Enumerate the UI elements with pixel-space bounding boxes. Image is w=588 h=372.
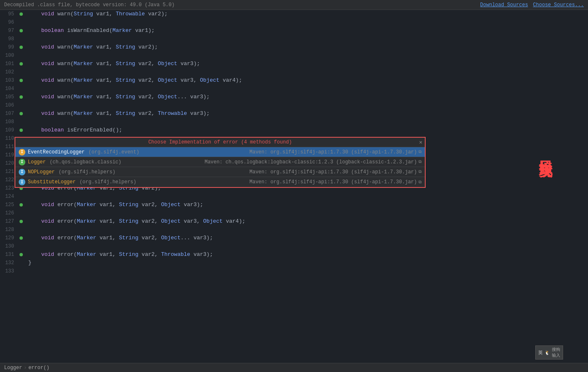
gutter-icon-97	[17, 29, 25, 32]
breadcrumb-separator: ›	[24, 365, 27, 371]
code-line-108: 108	[0, 118, 588, 126]
row-2-maven: Maven: org.slf4j:slf4j-api:1.7.30 (slf4j…	[250, 169, 417, 175]
gutter-icon-127	[17, 220, 25, 223]
code-line-127: 127 void error(Marker var1, String var2,…	[0, 217, 588, 226]
row-3-package: (org.slf4j.helpers)	[76, 179, 136, 185]
gutter-icon-131	[17, 253, 25, 256]
gutter-icon-101	[17, 62, 25, 66]
popup-header: Choose Implementation of error (4 method…	[15, 138, 425, 147]
gutter-icon-109	[17, 129, 25, 132]
row-0-package: (org.slf4j.event)	[86, 149, 140, 155]
gutter-icon-95	[17, 12, 25, 16]
row-0-classname: EventRecodingLogger	[28, 149, 85, 155]
top-bar: Decompiled .class file, bytecode version…	[0, 0, 588, 10]
file-title: Decompiled .class file, bytecode version…	[4, 2, 174, 8]
code-line-103: 103 void warn(Marker var1, String var2, …	[0, 76, 588, 85]
code-line-98: 98	[0, 35, 588, 43]
code-line-129: 129 void error(Marker var1, String var2,…	[0, 234, 588, 242]
popup-row-2[interactable]: I NOPLogger (org.slf4j.helpers) Maven: o…	[15, 167, 425, 177]
status-bar: Logger › error()	[0, 363, 588, 372]
breadcrumb-logger: Logger	[4, 365, 22, 371]
code-line-99: 99 void warn(Marker var1, String var2);	[0, 43, 588, 51]
code-line-102: 102	[0, 68, 588, 76]
ime-icon: 🐧	[544, 350, 550, 355]
code-line-133: 133	[0, 267, 588, 275]
gutter-icon-129	[17, 236, 25, 240]
row-1-package: (ch.qos.logback.classic)	[47, 159, 121, 165]
popup-title: Choose Implementation of error (4 method…	[148, 139, 292, 145]
popup-row-0[interactable]: I EventRecodingLogger (org.slf4j.event) …	[15, 147, 425, 157]
code-line-105: 105 void warn(Marker var1, String var2, …	[0, 93, 588, 101]
row-1-maven: Maven: ch.qos.logback:logback-classic:1.…	[205, 159, 417, 165]
row-1-copy-icon[interactable]: ⧉	[419, 160, 421, 164]
gutter-icon-103	[17, 79, 25, 82]
row-2-icon: I	[19, 169, 25, 175]
row-3-icon: I	[19, 179, 25, 185]
row-0-icon: I	[19, 149, 25, 156]
row-2-package: (org.slf4j.helpers)	[56, 169, 115, 175]
row-3-copy-icon[interactable]: ⧉	[419, 180, 421, 185]
code-line-132: 132 }	[0, 259, 588, 267]
row-0-copy-icon[interactable]: ⧉	[419, 150, 421, 154]
code-line-126: 126	[0, 209, 588, 217]
code-line-95: 95 void warn(String var1, Throwable var2…	[0, 10, 588, 18]
row-2-copy-icon[interactable]: ⧉	[419, 170, 421, 174]
code-line-107: 107 void warn(Marker var1, String var2, …	[0, 109, 588, 118]
row-3-classname: SubstituteLogger	[28, 179, 76, 185]
chinese-annotation: 接口实现	[537, 149, 555, 156]
choose-sources-link[interactable]: Choose Sources...	[533, 2, 584, 8]
implementation-popup: Choose Implementation of error (4 method…	[15, 137, 426, 188]
row-0-maven: Maven: org.slf4j:slf4j-api:1.7.30 (slf4j…	[250, 149, 417, 155]
code-line-109: 109 boolean isErrorEnabled();	[0, 126, 588, 134]
code-line-124: 124	[0, 192, 588, 201]
code-line-101: 101 void warn(Marker var1, String var2, …	[0, 60, 588, 68]
gutter-icon-125	[17, 203, 25, 207]
download-sources-link[interactable]: Download Sources	[480, 2, 528, 8]
gutter-icon-105	[17, 95, 25, 99]
ime-box: 英 🐧 搜狗输入	[535, 345, 563, 360]
code-line-128: 128	[0, 226, 588, 234]
gutter-icon-107	[17, 112, 25, 115]
code-line-106: 106	[0, 101, 588, 109]
breadcrumb-method: error()	[28, 365, 49, 371]
popup-close-button[interactable]: ✕	[419, 139, 422, 146]
code-line-131: 131 void error(Marker var1, String var2,…	[0, 250, 588, 259]
row-3-maven: Maven: org.slf4j:slf4j-api:1.7.30 (slf4j…	[250, 179, 417, 185]
popup-row-3[interactable]: I SubstituteLogger (org.slf4j.helpers) M…	[15, 177, 425, 187]
ime-lang: 英	[538, 350, 543, 356]
code-line-130: 130	[0, 242, 588, 250]
top-bar-actions: Download Sources Choose Sources...	[480, 2, 584, 8]
gutter-icon-99	[17, 46, 25, 49]
code-line-104: 104	[0, 85, 588, 93]
code-line-125: 125 void error(Marker var1, String var2,…	[0, 201, 588, 209]
row-1-classname: Logger	[28, 159, 46, 165]
row-1-icon: I	[19, 159, 25, 165]
code-line-96: 96	[0, 18, 588, 27]
code-line-97: 97 boolean isWarnEnabled(Marker var1);	[0, 27, 588, 35]
ime-label: 搜狗输入	[552, 347, 560, 358]
code-line-100: 100	[0, 51, 588, 60]
popup-row-1[interactable]: I Logger (ch.qos.logback.classic) Maven:…	[15, 157, 425, 167]
row-2-classname: NOPLogger	[28, 169, 55, 175]
